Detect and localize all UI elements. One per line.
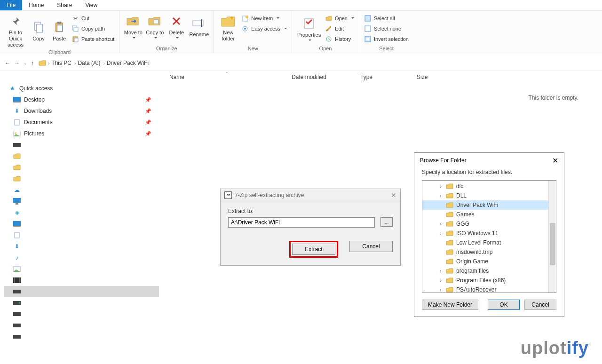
pin-icon: 📌	[145, 131, 156, 137]
extract-button[interactable]: Extract	[292, 244, 335, 255]
recent-dropdown[interactable]: ⌄	[24, 61, 27, 65]
sidebar-item[interactable]	[4, 229, 159, 241]
select-all-button[interactable]: Select all	[362, 13, 411, 24]
col-name[interactable]: Name	[169, 74, 184, 80]
cancel-button[interactable]: Cancel	[349, 241, 393, 252]
sidebar-this-pc[interactable]	[4, 196, 159, 207]
svg-rect-27	[13, 143, 21, 147]
up-button[interactable]: ↑	[31, 60, 34, 66]
sidebar-drive[interactable]	[4, 297, 159, 309]
folder-name: PSAutoRecover	[456, 286, 496, 293]
col-date[interactable]: Date modified	[292, 74, 326, 80]
cancel-button[interactable]: Cancel	[524, 300, 556, 310]
cut-button[interactable]: ✂Cut	[70, 13, 116, 24]
breadcrumb-this-pc[interactable]: This PC›	[51, 60, 76, 66]
col-size[interactable]: Size	[417, 74, 428, 80]
expand-icon[interactable]: ›	[438, 278, 443, 283]
folder-tree-item[interactable]: Driver Pack WiFi	[422, 200, 548, 210]
tab-file[interactable]: File	[0, 0, 22, 10]
sidebar-drive[interactable]	[4, 286, 159, 297]
sidebar-music[interactable]: ♪	[4, 252, 159, 263]
copy-button[interactable]: Copy	[28, 12, 49, 48]
sidebar-pictures[interactable]: Pictures📌	[4, 128, 159, 139]
expand-icon[interactable]: ›	[438, 184, 443, 189]
expand-icon[interactable]: ›	[438, 287, 443, 293]
sidebar-drive[interactable]	[4, 331, 159, 342]
folder-tree-item[interactable]: ›ISO Windows 11	[422, 229, 548, 238]
select-none-button[interactable]: Select none	[362, 24, 411, 34]
sevenzip-dialog: 7z 7-Zip self-extracting archive ✕ Extra…	[220, 189, 401, 266]
folder-icon	[446, 286, 453, 293]
dialog-title: 7-Zip self-extracting archive	[235, 192, 304, 198]
open-button[interactable]: Open	[323, 13, 356, 24]
history-button[interactable]: History	[323, 34, 356, 44]
folder-tree-item[interactable]: ›PSAutoRecover	[422, 285, 548, 293]
sidebar-drive[interactable]	[4, 320, 159, 331]
easy-access-button[interactable]: Easy access	[239, 24, 289, 34]
tab-view[interactable]: View	[79, 0, 104, 10]
expand-icon[interactable]: ›	[438, 269, 443, 274]
make-new-folder-button[interactable]: Make New Folder	[422, 300, 478, 310]
folder-tree-item[interactable]: Games	[422, 210, 548, 219]
folder-name: program files	[456, 268, 489, 274]
sidebar-videos[interactable]	[4, 275, 159, 286]
expand-icon[interactable]: ›	[438, 231, 443, 236]
scrollbar[interactable]	[548, 181, 556, 293]
close-button[interactable]: ✕	[391, 191, 396, 199]
browse-folder-dialog: Browse For Folder ✕ Specify a location f…	[414, 152, 564, 317]
breadcrumb-current[interactable]: Driver Pack WiFi	[107, 60, 149, 66]
tab-home[interactable]: Home	[22, 0, 50, 10]
pin-quick-access-button[interactable]: Pin to Quick access	[3, 12, 28, 48]
folder-tree-item[interactable]: Low Level Format	[422, 238, 548, 247]
breadcrumb-data-a[interactable]: Data (A:)›	[78, 60, 104, 66]
properties-button[interactable]: Properties	[295, 12, 323, 44]
sidebar-drive[interactable]	[4, 309, 159, 320]
drive-icon	[13, 310, 21, 318]
sidebar-item[interactable]: ⬇	[4, 241, 159, 252]
copy-path-button[interactable]: Copy path	[70, 24, 116, 34]
sidebar-item[interactable]	[4, 139, 159, 150]
paste-button[interactable]: Paste	[49, 12, 70, 48]
scroll-thumb[interactable]	[550, 223, 555, 265]
folder-tree-item[interactable]: Origin Game	[422, 257, 548, 266]
folder-tree-item[interactable]: ›DLL	[422, 191, 548, 200]
sidebar-3d[interactable]: ◈	[4, 207, 159, 218]
forward-button[interactable]: →	[14, 60, 20, 66]
folder-tree-item[interactable]: ›GGG	[422, 219, 548, 229]
folder-name: ISO Windows 11	[456, 230, 498, 237]
quick-access[interactable]: ★ Quick access	[4, 83, 159, 94]
sidebar-item[interactable]	[4, 218, 159, 229]
sidebar-downloads[interactable]: ⬇ Downloads📌	[4, 105, 159, 117]
close-button[interactable]: ✕	[552, 156, 558, 165]
expand-icon[interactable]: ›	[438, 222, 443, 227]
back-button[interactable]: ←	[5, 60, 10, 66]
sidebar-item[interactable]	[4, 162, 159, 173]
easy-access-icon	[241, 25, 249, 32]
paste-shortcut-button[interactable]: Paste shortcut	[70, 34, 116, 44]
sidebar-item[interactable]	[4, 173, 159, 184]
sidebar-documents[interactable]: Documents📌	[4, 117, 159, 128]
sidebar-desktop[interactable]: Desktop📌	[4, 94, 159, 105]
delete-button[interactable]: Delete	[166, 12, 187, 40]
new-item-button[interactable]: New item	[239, 13, 289, 24]
invert-selection-button[interactable]: Invert selection	[362, 34, 411, 44]
edit-button[interactable]: Edit	[323, 24, 356, 34]
copy-to-button[interactable]: Copy to	[144, 12, 166, 40]
folder-tree-item[interactable]: msdownld.tmp	[422, 247, 548, 257]
expand-icon[interactable]: ›	[438, 193, 443, 198]
folder-tree-item[interactable]: ›Program Files (x86)	[422, 276, 548, 285]
ok-button[interactable]: OK	[488, 300, 520, 310]
sidebar-item[interactable]	[4, 150, 159, 162]
folder-tree-item[interactable]: ›dlc	[422, 182, 548, 191]
rename-button[interactable]: Rename	[187, 12, 211, 40]
sidebar-item[interactable]	[4, 263, 159, 275]
new-folder-button[interactable]: New folder	[217, 12, 239, 42]
tab-share[interactable]: Share	[50, 0, 79, 10]
browse-button[interactable]: ...	[380, 217, 393, 227]
extract-path-input[interactable]	[228, 217, 375, 228]
folder-tree-item[interactable]: ›program files	[422, 266, 548, 276]
svg-rect-22	[13, 97, 21, 102]
col-type[interactable]: Type	[360, 74, 372, 80]
move-to-button[interactable]: Move to	[122, 12, 144, 40]
sidebar-onedrive[interactable]: ☁	[4, 184, 159, 196]
